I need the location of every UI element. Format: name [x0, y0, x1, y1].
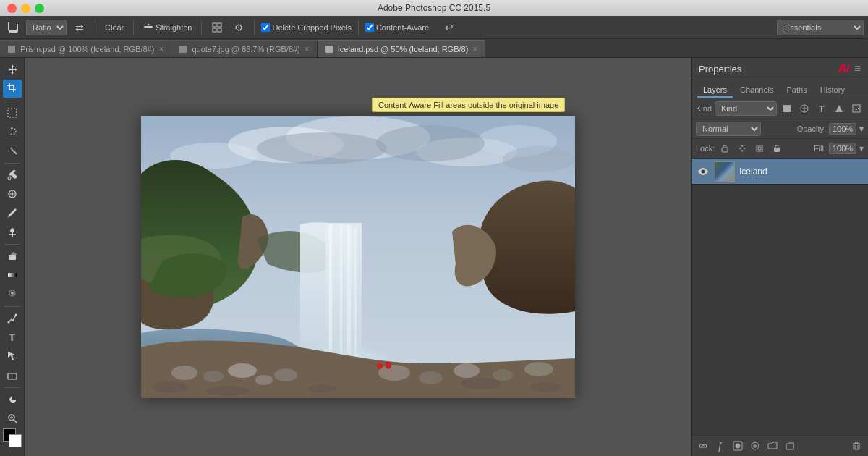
add-mask-icon[interactable] [731, 439, 745, 453]
path-selection-tool[interactable] [3, 347, 22, 365]
pixel-layer-icon[interactable] [780, 101, 794, 116]
opacity-input[interactable] [829, 123, 856, 135]
delete-cropped-checkbox[interactable]: Delete Cropped Pixels [261, 23, 351, 32]
settings-icon[interactable]: ⚙ [230, 19, 247, 36]
fill-arrow[interactable]: ▾ [859, 143, 864, 153]
delete-cropped-input[interactable] [261, 23, 270, 32]
svg-point-52 [524, 362, 553, 376]
minimize-button[interactable] [21, 4, 30, 13]
brush-tool[interactable] [3, 204, 22, 221]
svg-rect-22 [8, 373, 17, 379]
maximize-button[interactable] [35, 4, 44, 13]
move-tool[interactable] [3, 61, 22, 78]
swap-icon[interactable]: ⇄ [71, 19, 88, 36]
opacity-arrow[interactable]: ▾ [859, 124, 864, 134]
rectangular-marquee-tool[interactable] [3, 104, 22, 122]
svg-rect-0 [144, 26, 153, 28]
tab-prism[interactable]: Prism.psd @ 100% (Iceland, RGB/8#) × [0, 40, 171, 57]
lasso-tool[interactable] [3, 123, 22, 140]
tab-layers[interactable]: Layers [697, 83, 733, 98]
tab-history[interactable]: History [814, 83, 851, 98]
left-toolbox: T [0, 58, 25, 456]
new-group-icon[interactable] [765, 439, 780, 453]
grid-icon[interactable] [208, 19, 226, 36]
layer-visibility-icon[interactable] [696, 164, 710, 179]
type-tool[interactable]: T [3, 329, 22, 346]
adjustment-icon[interactable] [797, 101, 812, 116]
shape-tool[interactable] [3, 366, 22, 384]
link-layers-icon[interactable] [696, 439, 710, 453]
add-style-icon[interactable]: ƒ [713, 439, 728, 453]
clear-button[interactable]: Clear [102, 22, 127, 33]
tab-close-iceland[interactable]: × [472, 45, 477, 54]
pen-tool[interactable] [3, 310, 22, 327]
lock-all-icon[interactable] [770, 141, 784, 156]
magic-wand-tool[interactable] [3, 142, 22, 159]
app-title: Adobe Photoshop CC 2015.5 [378, 3, 490, 13]
tab-close-quote[interactable]: × [305, 45, 310, 54]
adobe-icon: Ai [838, 62, 850, 75]
background-color[interactable] [9, 434, 22, 447]
svg-rect-6 [179, 46, 187, 53]
svg-point-68 [736, 444, 740, 448]
blur-tool[interactable] [3, 285, 22, 303]
svg-point-53 [377, 362, 383, 369]
svg-point-35 [503, 146, 575, 172]
layer-item-iceland[interactable]: Iceland [692, 159, 868, 185]
lock-position-icon[interactable] [735, 141, 749, 156]
svg-point-20 [7, 321, 9, 323]
new-layer-icon[interactable] [783, 439, 797, 453]
kind-select[interactable]: Kind [715, 101, 777, 116]
lock-pixel-icon[interactable] [718, 141, 732, 156]
tab-quote[interactable]: quote7.jpg @ 66.7% (RGB/8#) × [171, 40, 317, 57]
window-controls[interactable] [7, 4, 44, 13]
tool-separator2 [4, 163, 20, 164]
essentials-select[interactable]: Essentials [777, 20, 864, 35]
clone-stamp-tool[interactable] [3, 223, 22, 240]
svg-rect-73 [854, 444, 859, 449]
healing-brush-tool[interactable] [3, 185, 22, 203]
crop-tool-indicator[interactable] [4, 19, 22, 36]
panel-title: Properties [699, 64, 741, 75]
tab-close-prism[interactable]: × [158, 45, 163, 54]
blend-mode-select[interactable]: Normal [696, 122, 761, 136]
separator [95, 20, 95, 35]
tab-channels[interactable]: Channels [734, 83, 779, 98]
new-adjustment-icon[interactable] [748, 439, 762, 453]
svg-rect-1 [213, 23, 216, 27]
delete-layer-icon[interactable] [849, 439, 864, 453]
tab-iceland[interactable]: Iceland.psd @ 50% (Iceland, RGB/8) × [318, 40, 486, 57]
lock-artboard-icon[interactable] [752, 141, 767, 156]
hand-tool[interactable] [3, 391, 22, 408]
tab-paths[interactable]: Paths [781, 83, 813, 98]
fill-label: Fill: [814, 144, 826, 153]
content-aware-checkbox[interactable]: Content-Aware [365, 23, 429, 32]
svg-rect-72 [786, 444, 793, 449]
type-layer-icon[interactable]: T [814, 101, 829, 116]
smart-object-icon[interactable] [849, 101, 864, 116]
gradient-tool[interactable] [3, 266, 22, 284]
eyedropper-tool[interactable] [3, 166, 22, 183]
zoom-tool[interactable] [3, 410, 22, 427]
close-button[interactable] [7, 4, 17, 13]
undo-button[interactable]: ↩ [441, 19, 458, 36]
crop-tool[interactable] [3, 80, 22, 97]
fill-input[interactable] [829, 143, 856, 154]
panel-menu-icon[interactable]: ≡ [854, 62, 861, 75]
svg-point-43 [171, 366, 197, 380]
lock-row: Lock: [692, 139, 868, 159]
straighten-button[interactable]: Straighten [140, 21, 195, 34]
svg-rect-65 [774, 148, 780, 152]
title-bar: Adobe Photoshop CC 2015.5 [0, 0, 868, 16]
tool-separator3 [4, 244, 20, 245]
eraser-tool[interactable] [3, 248, 22, 265]
canvas-container[interactable] [141, 116, 575, 398]
ratio-select[interactable]: Ratio [26, 20, 67, 35]
shape-layer-icon[interactable] [832, 101, 846, 116]
svg-point-57 [307, 384, 336, 393]
separator3 [201, 20, 202, 35]
blend-row: Normal Opacity: ▾ [692, 119, 868, 139]
layers-content: Kind Kind T [692, 98, 868, 456]
content-aware-input[interactable] [365, 23, 374, 32]
layer-thumb-image [715, 162, 734, 181]
